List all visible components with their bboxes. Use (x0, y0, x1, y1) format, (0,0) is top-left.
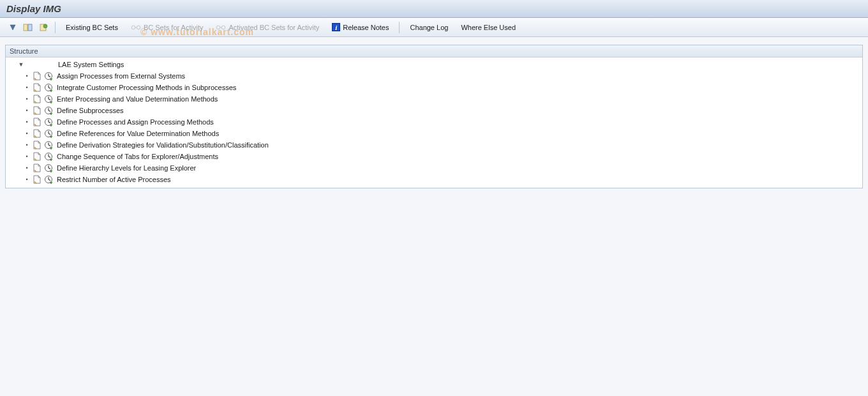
leaf-bullet-icon: • (25, 105, 29, 116)
existing-bc-sets-button[interactable]: Existing BC Sets (61, 22, 123, 33)
leaf-bullet-icon: • (25, 82, 29, 93)
additional-info-icon[interactable] (38, 22, 49, 33)
svg-point-5 (131, 26, 135, 29)
leaf-bullet-icon: • (25, 174, 29, 185)
tree-root-label: LAE System Settings (58, 59, 124, 70)
svg-rect-1 (24, 24, 27, 31)
img-tree: ▼ LAE System Settings • Assign Processes… (6, 57, 862, 188)
leaf-bullet-icon: • (25, 139, 29, 151)
img-activity-doc-icon[interactable] (33, 72, 41, 80)
activated-bc-sets-for-activity-button: Activated BC Sets for Activity (211, 22, 324, 33)
tree-item-row[interactable]: • Define Processes and Assign Processing… (6, 116, 862, 128)
svg-point-4 (43, 24, 47, 28)
toolbar-separator (55, 22, 56, 33)
img-activity-doc-icon[interactable] (33, 106, 41, 115)
execute-activity-icon[interactable] (44, 152, 53, 161)
tree-item-label: Integrate Customer Processing Methods in… (57, 82, 236, 93)
select-view-icon[interactable] (22, 22, 34, 33)
tree-item-label: Change Sequence of Tabs for Explorer/Adj… (57, 151, 218, 162)
img-activity-doc-icon[interactable] (33, 164, 41, 172)
window-title-bar: Display IMG (0, 0, 868, 18)
tree-item-row[interactable]: • Define References for Value Determinat… (6, 128, 862, 139)
change-log-button[interactable]: Change Log (405, 22, 453, 33)
content-area: Structure ▼ LAE System Settings • Assign… (0, 37, 868, 396)
img-activity-doc-icon[interactable] (33, 175, 41, 184)
application-toolbar: Existing BC Sets BC Sets for Activity Ac… (0, 18, 868, 37)
where-else-used-button[interactable]: Where Else Used (456, 22, 521, 33)
img-activity-doc-icon[interactable] (33, 129, 41, 138)
img-activity-doc-icon[interactable] (33, 118, 41, 126)
img-activity-doc-icon[interactable] (33, 95, 41, 103)
execute-activity-icon[interactable] (44, 175, 53, 184)
leaf-bullet-icon: • (25, 128, 29, 139)
release-notes-button[interactable]: i Release Notes (327, 21, 394, 33)
execute-activity-icon[interactable] (44, 141, 53, 149)
execute-activity-icon[interactable] (44, 72, 53, 80)
leaf-bullet-icon: • (25, 116, 29, 128)
tree-item-row[interactable]: • Change Sequence of Tabs for Explorer/A… (6, 151, 862, 162)
tree-item-label: Restrict Number of Active Processes (57, 174, 171, 185)
execute-activity-icon[interactable] (44, 129, 53, 138)
info-icon: i (332, 23, 340, 31)
img-activity-doc-icon[interactable] (33, 83, 41, 92)
tree-item-row[interactable]: • Integrate Customer Processing Methods … (6, 82, 862, 93)
toolbar-separator (399, 22, 400, 33)
svg-point-9 (222, 26, 226, 29)
leaf-bullet-icon: • (25, 93, 29, 105)
execute-activity-icon[interactable] (44, 83, 53, 92)
tree-item-row[interactable]: • Restrict Number of Active Processes (6, 174, 862, 185)
svg-marker-0 (10, 25, 15, 30)
tree-item-label: Assign Processes from External Systems (57, 70, 185, 82)
tree-item-label: Define Processes and Assign Processing M… (57, 116, 214, 128)
leaf-bullet-icon: • (25, 162, 29, 174)
tree-item-row[interactable]: • Enter Processing and Value Determinati… (6, 93, 862, 105)
execute-activity-icon[interactable] (44, 95, 53, 103)
tree-item-row[interactable]: • Define Derivation Strategies for Valid… (6, 139, 862, 151)
structure-column-header[interactable]: Structure (6, 45, 862, 57)
img-activity-doc-icon[interactable] (33, 152, 41, 161)
activated-bc-sets-for-activity-label: Activated BC Sets for Activity (228, 24, 319, 31)
tree-item-label: Define References for Value Determinatio… (57, 128, 219, 139)
tree-item-label: Enter Processing and Value Determination… (57, 93, 218, 105)
bc-sets-for-activity-button: BC Sets for Activity (126, 22, 209, 33)
glasses-icon (131, 24, 141, 31)
collapse-toggle-icon[interactable]: ▼ (17, 61, 25, 68)
tree-item-label: Define Derivation Strategies for Validat… (57, 139, 269, 151)
img-activity-doc-icon[interactable] (33, 141, 41, 149)
expand-subtree-icon[interactable] (7, 22, 19, 33)
leaf-bullet-icon: • (25, 70, 29, 82)
leaf-bullet-icon: • (25, 151, 29, 162)
structure-panel: Structure ▼ LAE System Settings • Assign… (5, 45, 863, 188)
tree-item-row[interactable]: • Define Subprocesses (6, 105, 862, 116)
execute-activity-icon[interactable] (44, 106, 53, 115)
bc-sets-for-activity-label: BC Sets for Activity (144, 24, 204, 31)
release-notes-label: Release Notes (343, 24, 389, 31)
window-title: Display IMG (6, 3, 61, 14)
tree-item-label: Define Hierarchy Levels for Leasing Expl… (57, 162, 196, 174)
svg-rect-2 (28, 24, 32, 31)
execute-activity-icon[interactable] (44, 164, 53, 172)
execute-activity-icon[interactable] (44, 118, 53, 126)
tree-item-label: Define Subprocesses (57, 105, 124, 116)
tree-item-row[interactable]: • Define Hierarchy Levels for Leasing Ex… (6, 162, 862, 174)
glasses-icon (216, 24, 226, 31)
tree-root-row[interactable]: ▼ LAE System Settings (6, 59, 862, 70)
tree-item-row[interactable]: • Assign Processes from External Systems (6, 70, 862, 82)
svg-point-8 (217, 26, 221, 29)
svg-point-6 (137, 26, 140, 29)
